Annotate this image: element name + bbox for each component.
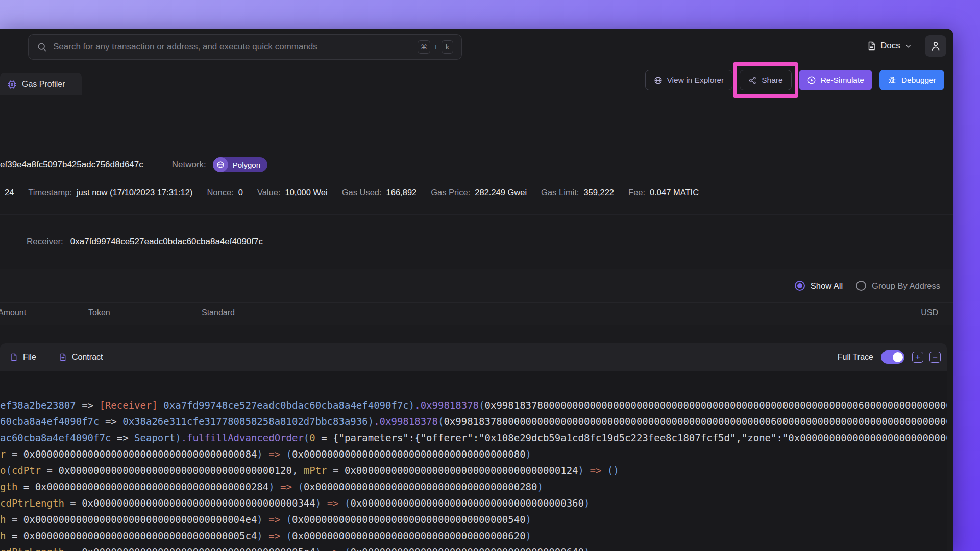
trace-line: o(cdPtr = 0x0000000000000000000000000000… — [0, 462, 947, 479]
detail-gas-price: Gas Price: 282.249 Gwei — [431, 188, 527, 197]
detail-value: just now (17/10/2023 17:31:12) — [77, 188, 193, 197]
detail-label: Nonce: — [207, 188, 233, 197]
tab-contract-label: Contract — [72, 353, 103, 362]
network-name: Polygon — [228, 161, 267, 169]
tab-contract[interactable]: Contract — [59, 343, 103, 371]
trace-line: h = 0x0000000000000000000000000000000000… — [0, 511, 947, 528]
detail-value: 0 — [238, 188, 243, 197]
user-icon — [930, 40, 941, 52]
transaction-hash: ef39e4a8fc5097b425adc756d8d647c — [0, 160, 143, 170]
transfers-filter-row: Show All Group By Address — [0, 269, 953, 303]
collapse-all-button[interactable]: − — [929, 352, 941, 363]
shortcut-plus: + — [434, 43, 438, 51]
view-in-explorer-button[interactable]: View in Explorer — [645, 70, 733, 90]
detail-value-wei: Value: 10,000 Wei — [257, 188, 328, 197]
transaction-hash-row: ef39e4a8fc5097b425adc756d8d647c Network:… — [0, 153, 267, 177]
block-number-fragment: 24 — [5, 188, 14, 197]
detail-gas-used: Gas Used: 166,892 — [342, 188, 417, 197]
radio-unselected-icon — [856, 281, 866, 291]
detail-label: Gas Price: — [431, 188, 470, 197]
docs-icon — [867, 41, 876, 51]
transfers-panel: Show All Group By Address Amount Token S… — [0, 269, 953, 325]
divider — [0, 254, 953, 254]
detail-fee: Fee: 0.047 MATIC — [628, 188, 699, 197]
re-simulate-button[interactable]: Re-Simulate — [799, 70, 872, 90]
tab-bar: Gas Profiler View in Explorer Share — [0, 63, 953, 95]
trace-tab-strip: File Contract Full Trace + − — [0, 343, 947, 371]
full-trace-toggle[interactable] — [881, 350, 904, 364]
trace-line: gth = 0x00000000000000000000000000000000… — [0, 479, 947, 495]
radio-group-by-address[interactable]: Group By Address — [856, 281, 940, 291]
play-circle-icon — [807, 76, 816, 85]
full-trace-label: Full Trace — [838, 353, 873, 362]
detail-value: 10,000 Wei — [285, 188, 327, 197]
trace-line: r = 0x0000000000000000000000000000000000… — [0, 446, 947, 462]
trace-panel: File Contract Full Trace + − ef38a2be238… — [0, 343, 947, 551]
detail-value: 0.047 MATIC — [650, 188, 699, 197]
network-badge[interactable]: Polygon — [213, 157, 267, 172]
tab-gas-profiler-label: Gas Profiler — [22, 80, 65, 89]
expand-all-button[interactable]: + — [912, 352, 923, 363]
tab-file-label: File — [23, 353, 36, 362]
tab-gas-profiler[interactable]: Gas Profiler — [0, 73, 82, 95]
globe-icon — [654, 76, 663, 85]
divider — [0, 177, 953, 177]
user-avatar-button[interactable] — [925, 35, 946, 57]
divider — [0, 214, 953, 215]
search-icon — [37, 42, 47, 52]
bug-icon — [888, 76, 897, 85]
radio-show-all-label: Show All — [811, 281, 843, 291]
detail-label: Timestamp: — [28, 188, 72, 197]
tab-file[interactable]: File — [10, 343, 36, 371]
docs-label: Docs — [880, 41, 900, 51]
radio-group-by-label: Group By Address — [872, 281, 940, 291]
chevron-down-icon — [905, 43, 912, 49]
re-simulate-label: Re-Simulate — [821, 76, 864, 85]
detail-value: 166,892 — [386, 188, 417, 197]
transaction-details-row: 24 Timestamp: just now (17/10/2023 17:31… — [5, 181, 699, 204]
column-header-token: Token — [88, 308, 110, 317]
detail-label: Gas Used: — [342, 188, 382, 197]
trace-line: ef38a2be23807 => [Receiver] 0xa7fd99748c… — [0, 397, 947, 413]
share-button[interactable]: Share — [740, 70, 791, 90]
share-button-wrapper: Share — [740, 70, 791, 90]
column-header-standard: Standard — [202, 308, 235, 317]
full-trace-controls: Full Trace + − — [838, 343, 941, 371]
column-header-usd: USD — [921, 308, 938, 317]
contract-icon — [59, 353, 67, 362]
docs-menu[interactable]: Docs — [867, 29, 912, 63]
network-label: Network: — [172, 160, 206, 170]
trace-line: cdPtrLength = 0x000000000000000000000000… — [0, 544, 947, 551]
network-globe-icon — [213, 157, 228, 172]
transfers-radios: Show All Group By Address — [795, 269, 940, 303]
trace-line: 60cba8a4ef4090f7c => 0x38a26e311cfe31778… — [0, 413, 947, 430]
search-placeholder: Search for any transaction or address, a… — [53, 42, 418, 52]
detail-gas-limit: Gas Limit: 359,222 — [541, 188, 614, 197]
trace-line: ac60cba8a4ef4090f7c => Seaport).fulfillA… — [0, 430, 947, 446]
detail-value: 359,222 — [583, 188, 614, 197]
debugger-button[interactable]: Debugger — [879, 70, 944, 90]
radio-selected-icon — [795, 281, 805, 291]
debugger-label: Debugger — [901, 76, 936, 85]
file-icon — [10, 353, 18, 362]
detail-timestamp: Timestamp: just now (17/10/2023 17:31:12… — [28, 188, 192, 197]
detail-label: Value: — [257, 188, 281, 197]
detail-value: 282.249 Gwei — [475, 188, 527, 197]
detail-label: Gas Limit: — [541, 188, 579, 197]
trace-code[interactable]: ef38a2be23807 => [Receiver] 0xa7fd99748c… — [0, 371, 947, 551]
top-header: Search for any transaction or address, a… — [0, 29, 953, 63]
column-header-amount: Amount — [0, 308, 26, 317]
detail-label: Fee: — [628, 188, 645, 197]
k-keycap: k — [442, 40, 453, 54]
chip-icon — [7, 80, 17, 89]
search-input[interactable]: Search for any transaction or address, a… — [28, 34, 462, 60]
search-shortcut: ⌘ + k — [418, 40, 453, 54]
app-window: Search for any transaction or address, a… — [0, 29, 953, 551]
share-icon — [748, 76, 757, 85]
receiver-label: Receiver: — [27, 237, 63, 247]
detail-nonce: Nonce: 0 — [207, 188, 242, 197]
action-buttons: View in Explorer Share Re-Simulate — [645, 70, 944, 90]
receiver-row: Receiver: 0xa7fd99748ce527eadc0bdac60cba… — [27, 230, 263, 254]
radio-show-all[interactable]: Show All — [795, 281, 843, 291]
receiver-address: 0xa7fd99748ce527eadc0bdac60cba8a4ef4090f… — [70, 237, 263, 247]
